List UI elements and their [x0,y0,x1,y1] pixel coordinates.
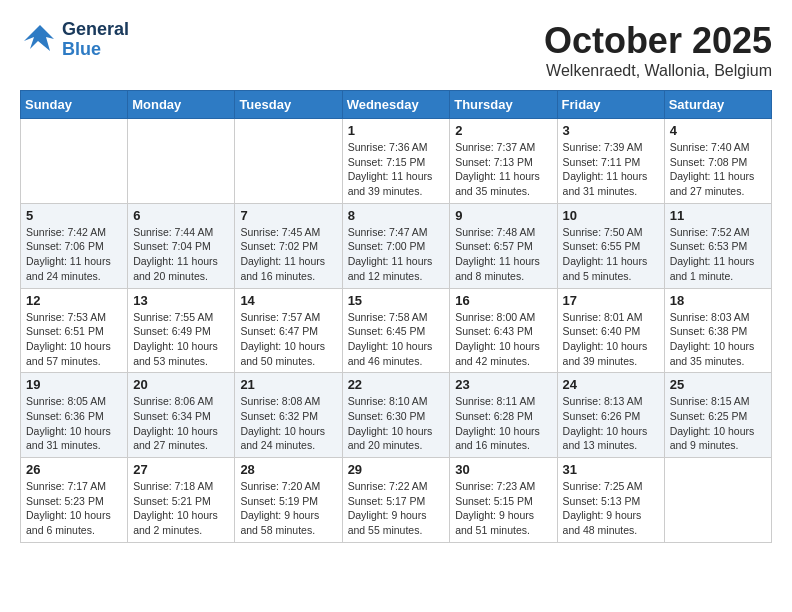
logo-line2: Blue [62,40,129,60]
day-number: 25 [670,377,766,392]
cell-daylight-info: Sunrise: 8:10 AM Sunset: 6:30 PM Dayligh… [348,394,445,453]
calendar-cell: 22Sunrise: 8:10 AM Sunset: 6:30 PM Dayli… [342,373,450,458]
day-number: 26 [26,462,122,477]
day-number: 1 [348,123,445,138]
calendar-cell: 30Sunrise: 7:23 AM Sunset: 5:15 PM Dayli… [450,458,557,543]
day-number: 23 [455,377,551,392]
cell-daylight-info: Sunrise: 8:00 AM Sunset: 6:43 PM Dayligh… [455,310,551,369]
day-number: 29 [348,462,445,477]
cell-daylight-info: Sunrise: 7:50 AM Sunset: 6:55 PM Dayligh… [563,225,659,284]
day-number: 28 [240,462,336,477]
calendar-cell: 14Sunrise: 7:57 AM Sunset: 6:47 PM Dayli… [235,288,342,373]
day-number: 3 [563,123,659,138]
calendar-cell: 19Sunrise: 8:05 AM Sunset: 6:36 PM Dayli… [21,373,128,458]
calendar-cell: 17Sunrise: 8:01 AM Sunset: 6:40 PM Dayli… [557,288,664,373]
calendar-cell [235,119,342,204]
calendar-week-row: 5Sunrise: 7:42 AM Sunset: 7:06 PM Daylig… [21,203,772,288]
day-number: 31 [563,462,659,477]
calendar-cell: 10Sunrise: 7:50 AM Sunset: 6:55 PM Dayli… [557,203,664,288]
cell-daylight-info: Sunrise: 7:18 AM Sunset: 5:21 PM Dayligh… [133,479,229,538]
page-header: General Blue October 2025 Welkenraedt, W… [20,20,772,80]
svg-marker-0 [24,25,54,51]
day-number: 11 [670,208,766,223]
cell-daylight-info: Sunrise: 8:03 AM Sunset: 6:38 PM Dayligh… [670,310,766,369]
cell-daylight-info: Sunrise: 7:36 AM Sunset: 7:15 PM Dayligh… [348,140,445,199]
calendar-cell: 12Sunrise: 7:53 AM Sunset: 6:51 PM Dayli… [21,288,128,373]
page-title: October 2025 [544,20,772,62]
day-number: 27 [133,462,229,477]
title-block: October 2025 Welkenraedt, Wallonia, Belg… [544,20,772,80]
cell-daylight-info: Sunrise: 7:45 AM Sunset: 7:02 PM Dayligh… [240,225,336,284]
cell-daylight-info: Sunrise: 8:05 AM Sunset: 6:36 PM Dayligh… [26,394,122,453]
calendar-cell: 9Sunrise: 7:48 AM Sunset: 6:57 PM Daylig… [450,203,557,288]
calendar-week-row: 19Sunrise: 8:05 AM Sunset: 6:36 PM Dayli… [21,373,772,458]
calendar-cell: 23Sunrise: 8:11 AM Sunset: 6:28 PM Dayli… [450,373,557,458]
calendar-cell: 7Sunrise: 7:45 AM Sunset: 7:02 PM Daylig… [235,203,342,288]
calendar-cell: 1Sunrise: 7:36 AM Sunset: 7:15 PM Daylig… [342,119,450,204]
cell-daylight-info: Sunrise: 8:01 AM Sunset: 6:40 PM Dayligh… [563,310,659,369]
calendar-week-row: 1Sunrise: 7:36 AM Sunset: 7:15 PM Daylig… [21,119,772,204]
day-of-week-header: Wednesday [342,91,450,119]
calendar-cell: 25Sunrise: 8:15 AM Sunset: 6:25 PM Dayli… [664,373,771,458]
calendar-cell: 28Sunrise: 7:20 AM Sunset: 5:19 PM Dayli… [235,458,342,543]
cell-daylight-info: Sunrise: 7:44 AM Sunset: 7:04 PM Dayligh… [133,225,229,284]
day-number: 5 [26,208,122,223]
calendar-table: SundayMondayTuesdayWednesdayThursdayFrid… [20,90,772,543]
cell-daylight-info: Sunrise: 8:08 AM Sunset: 6:32 PM Dayligh… [240,394,336,453]
day-number: 20 [133,377,229,392]
cell-daylight-info: Sunrise: 8:06 AM Sunset: 6:34 PM Dayligh… [133,394,229,453]
day-number: 22 [348,377,445,392]
calendar-week-row: 12Sunrise: 7:53 AM Sunset: 6:51 PM Dayli… [21,288,772,373]
calendar-cell: 11Sunrise: 7:52 AM Sunset: 6:53 PM Dayli… [664,203,771,288]
calendar-cell: 6Sunrise: 7:44 AM Sunset: 7:04 PM Daylig… [128,203,235,288]
day-number: 14 [240,293,336,308]
day-number: 17 [563,293,659,308]
day-number: 18 [670,293,766,308]
cell-daylight-info: Sunrise: 7:39 AM Sunset: 7:11 PM Dayligh… [563,140,659,199]
cell-daylight-info: Sunrise: 7:25 AM Sunset: 5:13 PM Dayligh… [563,479,659,538]
calendar-cell: 2Sunrise: 7:37 AM Sunset: 7:13 PM Daylig… [450,119,557,204]
cell-daylight-info: Sunrise: 8:13 AM Sunset: 6:26 PM Dayligh… [563,394,659,453]
calendar-cell [21,119,128,204]
day-number: 24 [563,377,659,392]
day-of-week-header: Thursday [450,91,557,119]
cell-daylight-info: Sunrise: 7:58 AM Sunset: 6:45 PM Dayligh… [348,310,445,369]
day-of-week-header: Friday [557,91,664,119]
day-number: 9 [455,208,551,223]
day-of-week-header: Saturday [664,91,771,119]
day-number: 7 [240,208,336,223]
day-number: 6 [133,208,229,223]
calendar-week-row: 26Sunrise: 7:17 AM Sunset: 5:23 PM Dayli… [21,458,772,543]
cell-daylight-info: Sunrise: 7:22 AM Sunset: 5:17 PM Dayligh… [348,479,445,538]
calendar-cell: 15Sunrise: 7:58 AM Sunset: 6:45 PM Dayli… [342,288,450,373]
calendar-cell: 24Sunrise: 8:13 AM Sunset: 6:26 PM Dayli… [557,373,664,458]
calendar-cell: 4Sunrise: 7:40 AM Sunset: 7:08 PM Daylig… [664,119,771,204]
calendar-cell: 13Sunrise: 7:55 AM Sunset: 6:49 PM Dayli… [128,288,235,373]
calendar-cell: 16Sunrise: 8:00 AM Sunset: 6:43 PM Dayli… [450,288,557,373]
cell-daylight-info: Sunrise: 7:37 AM Sunset: 7:13 PM Dayligh… [455,140,551,199]
calendar-cell: 18Sunrise: 8:03 AM Sunset: 6:38 PM Dayli… [664,288,771,373]
day-number: 15 [348,293,445,308]
cell-daylight-info: Sunrise: 7:23 AM Sunset: 5:15 PM Dayligh… [455,479,551,538]
calendar-cell: 20Sunrise: 8:06 AM Sunset: 6:34 PM Dayli… [128,373,235,458]
cell-daylight-info: Sunrise: 7:55 AM Sunset: 6:49 PM Dayligh… [133,310,229,369]
day-number: 2 [455,123,551,138]
calendar-cell: 29Sunrise: 7:22 AM Sunset: 5:17 PM Dayli… [342,458,450,543]
day-of-week-header: Sunday [21,91,128,119]
cell-daylight-info: Sunrise: 7:47 AM Sunset: 7:00 PM Dayligh… [348,225,445,284]
cell-daylight-info: Sunrise: 8:11 AM Sunset: 6:28 PM Dayligh… [455,394,551,453]
day-of-week-header: Tuesday [235,91,342,119]
day-number: 21 [240,377,336,392]
day-number: 30 [455,462,551,477]
cell-daylight-info: Sunrise: 7:42 AM Sunset: 7:06 PM Dayligh… [26,225,122,284]
calendar-cell [664,458,771,543]
calendar-cell: 21Sunrise: 8:08 AM Sunset: 6:32 PM Dayli… [235,373,342,458]
calendar-cell: 3Sunrise: 7:39 AM Sunset: 7:11 PM Daylig… [557,119,664,204]
cell-daylight-info: Sunrise: 7:53 AM Sunset: 6:51 PM Dayligh… [26,310,122,369]
cell-daylight-info: Sunrise: 7:52 AM Sunset: 6:53 PM Dayligh… [670,225,766,284]
cell-daylight-info: Sunrise: 7:48 AM Sunset: 6:57 PM Dayligh… [455,225,551,284]
calendar-header-row: SundayMondayTuesdayWednesdayThursdayFrid… [21,91,772,119]
calendar-cell: 26Sunrise: 7:17 AM Sunset: 5:23 PM Dayli… [21,458,128,543]
cell-daylight-info: Sunrise: 7:17 AM Sunset: 5:23 PM Dayligh… [26,479,122,538]
calendar-cell: 5Sunrise: 7:42 AM Sunset: 7:06 PM Daylig… [21,203,128,288]
